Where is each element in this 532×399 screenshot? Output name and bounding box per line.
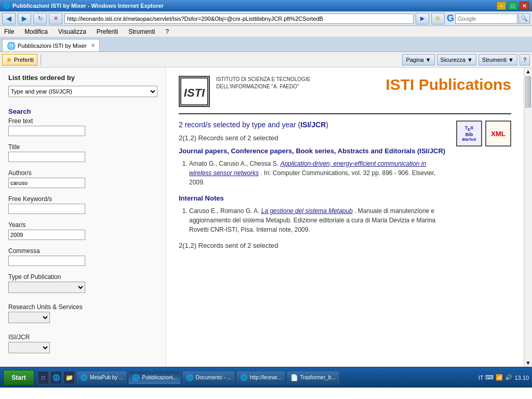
commessa-label: Commessa: [8, 247, 157, 255]
scrollbar[interactable]: ▲ ▼: [524, 68, 532, 367]
result-header: 2 record/s selected by type and year (IS…: [179, 121, 448, 129]
taskbar: Start □ 🌐 📁 🌐 MetaPub by ... 🌐 Pubblicaz…: [0, 367, 532, 388]
taskbar-doc-icon: 🌐: [186, 374, 194, 381]
browser-icon: 🌐: [3, 3, 10, 9]
pub-item-2: Caruso E., Romano G. A. La gestione del …: [189, 206, 448, 234]
page-button[interactable]: Pagina ▼: [402, 54, 434, 65]
taskbar-right: IT ⌨ 📶 🔊 13.10: [478, 374, 529, 381]
address-input[interactable]: [64, 14, 414, 24]
menu-modifica[interactable]: Modifica: [22, 27, 50, 36]
free-text-row: Free text: [8, 117, 157, 140]
security-label: Sicurezza: [441, 57, 466, 63]
maximize-button[interactable]: □: [508, 2, 517, 10]
institution-logo: ISTI: [179, 76, 210, 107]
security-button[interactable]: Sicurezza ▼: [437, 54, 476, 65]
favorites-label: Preferiti: [14, 57, 34, 63]
stop-button[interactable]: ✕: [49, 13, 62, 24]
taskbar-trasformer[interactable]: 📄 Trasformer_b...: [287, 371, 339, 384]
result-type: ISI/JCR: [300, 121, 326, 129]
taskbar-leonardo[interactable]: 🌐 http://leonar...: [236, 371, 285, 384]
network-icon: 📶: [496, 374, 503, 381]
type-row: Type of Publication: [8, 273, 157, 297]
refresh-button[interactable]: ↻: [33, 13, 47, 24]
tools-label: Strumenti: [482, 57, 507, 63]
lang-label: IT: [478, 375, 484, 381]
pub-list-2: Caruso E., Romano G. A. La gestione del …: [179, 206, 448, 234]
title-label: Title: [8, 143, 157, 151]
result-area: 2 record/s selected by type and year (IS…: [179, 121, 448, 255]
google-search-button[interactable]: 🔍: [518, 14, 530, 24]
content-wrapper: List titles ordered by Type and year (IS…: [0, 68, 532, 367]
tab-close-icon[interactable]: ✕: [91, 43, 95, 48]
institution-logo-area: ISTI ISTITUTO DI SCIENZA E TECNOLOGIE DE…: [179, 76, 310, 107]
tools-button[interactable]: Strumenti ▼: [478, 54, 517, 65]
menu-strumenti[interactable]: Strumenti: [126, 27, 157, 36]
commessa-input[interactable]: [8, 256, 85, 266]
taskbar-pub-label: Pubblicazioni...: [142, 375, 177, 380]
page-label: Pagina: [406, 57, 423, 63]
free-text-label: Free text: [8, 117, 157, 125]
export-icons: TEX Bib BibTeX XML: [456, 121, 511, 147]
back-button[interactable]: ◀: [2, 13, 16, 24]
research-select[interactable]: [8, 312, 50, 323]
taskbar-leo-icon: 🌐: [240, 374, 248, 381]
desktop-icon: □: [42, 375, 45, 380]
taskbar-explorer-icon[interactable]: 📁: [63, 371, 75, 384]
favorites-button[interactable]: ★ Preferiti: [2, 54, 37, 65]
type-select[interactable]: [8, 282, 85, 293]
menu-file[interactable]: File: [2, 27, 16, 36]
taskbar-ie-icon[interactable]: 🌐: [50, 371, 62, 384]
minimize-button[interactable]: −: [497, 2, 506, 10]
feeds-button[interactable]: ⊕: [431, 13, 445, 24]
taskbar-metapub[interactable]: 🌐 MetaPub by ...: [76, 371, 127, 384]
taskbar-pub-icon: 🌐: [132, 374, 140, 381]
bibtex-export-button[interactable]: TEX Bib BibTeX: [456, 121, 482, 147]
google-input[interactable]: [455, 14, 517, 24]
address-bar: ◀ ▶ ↻ ✕ ▶ ⊕ G 🔍: [0, 11, 532, 26]
content-divider: [179, 113, 511, 114]
order-select[interactable]: Type and year (ISI/JCR) Title Author Yea…: [8, 86, 157, 97]
taskbar-leo-label: http://leonar...: [250, 375, 282, 380]
ie-icon: 🌐: [52, 374, 60, 381]
keyword-row: Free Keyword/s: [8, 195, 157, 218]
isijcr-select[interactable]: [8, 342, 50, 353]
active-tab[interactable]: 🌐 Pubblicazioni ISTI by Mixer ✕: [2, 39, 100, 51]
scrollbar-thumb[interactable]: [525, 76, 531, 108]
menu-help[interactable]: ?: [164, 27, 171, 36]
xml-export-button[interactable]: XML: [485, 121, 511, 147]
inst-name-1: ISTITUTO DI SCIENZA E TECNOLOGIE: [216, 76, 310, 83]
taskbar-show-desktop[interactable]: □: [37, 371, 49, 384]
taskbar-documento[interactable]: 🌐 Documento - ...: [182, 371, 235, 384]
menu-visualizza[interactable]: Visualizza: [56, 27, 88, 36]
toolbar-right-area: Pagina ▼ Sicurezza ▼ Strumenti ▼ ?: [402, 54, 530, 65]
authors-input[interactable]: [8, 178, 85, 188]
keyword-input[interactable]: [8, 204, 85, 214]
year-row: Year/s: [8, 221, 157, 244]
title-row: Title: [8, 143, 157, 166]
menu-preferiti[interactable]: Preferiti: [95, 27, 120, 36]
xml-label: XML: [491, 130, 505, 138]
taskbar-metapub-label: MetaPub by ...: [90, 375, 123, 380]
taskbar-doc-label: Documento - ...: [196, 375, 231, 380]
title-input[interactable]: [8, 152, 85, 162]
pub2-link[interactable]: La gestione del sistema Metapub: [261, 207, 353, 215]
authors-label: Author/s: [8, 169, 157, 177]
isijcr-label: ISI/JCR: [8, 334, 157, 341]
main-content: ISTI ISTITUTO DI SCIENZA E TECNOLOGIE DE…: [166, 68, 524, 367]
go-button[interactable]: ▶: [416, 13, 429, 24]
free-text-input[interactable]: [8, 126, 85, 136]
keyword-label: Free Keyword/s: [8, 195, 157, 203]
year-label: Year/s: [8, 221, 157, 229]
explorer-icon: 📁: [65, 374, 73, 381]
help-button[interactable]: ?: [520, 54, 530, 65]
records-count-bottom: 2(1,2) Records sent of 2 selected: [179, 242, 448, 249]
year-input[interactable]: [8, 230, 85, 240]
start-button[interactable]: Start: [3, 370, 34, 385]
scroll-down-button[interactable]: ▼: [524, 359, 532, 367]
taskbar-trans-icon: 📄: [290, 374, 298, 381]
forward-button[interactable]: ▶: [18, 13, 31, 24]
scroll-up-button[interactable]: ▲: [524, 68, 532, 75]
taskbar-pubblicazioni[interactable]: 🌐 Pubblicazioni...: [128, 371, 180, 384]
star-icon: ★: [6, 56, 12, 64]
close-button[interactable]: ✕: [520, 2, 529, 10]
